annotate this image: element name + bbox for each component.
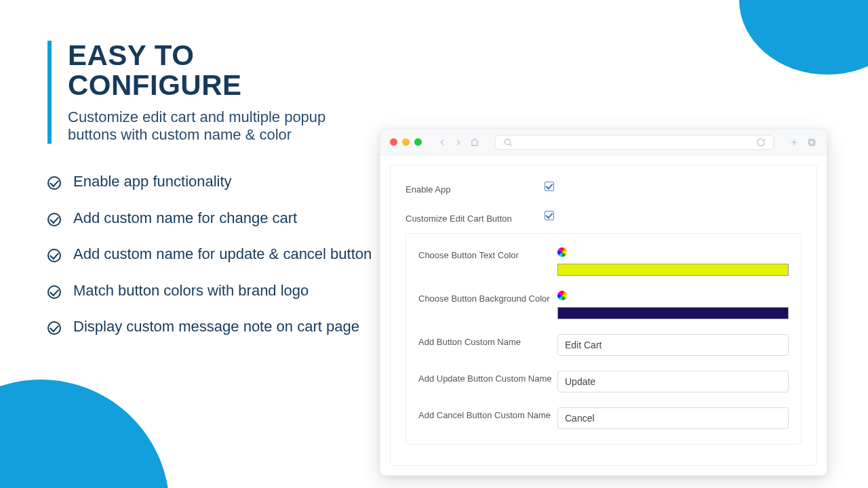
- button-name-label: Add Button Custom Name: [418, 334, 557, 347]
- minimize-window-icon[interactable]: [402, 138, 410, 146]
- svg-line-1: [510, 144, 512, 146]
- feature-text: Add custom name for update & cancel butt…: [73, 245, 372, 264]
- page-title: EASY TO CONFIGURE: [68, 41, 373, 100]
- reload-icon[interactable]: [755, 137, 766, 148]
- color-wheel-icon[interactable]: [557, 291, 567, 300]
- bg-color-label: Choose Button Background Color: [418, 291, 557, 304]
- forward-icon[interactable]: [453, 137, 464, 148]
- feature-text: Display custom message note on cart page: [73, 317, 359, 336]
- feature-item: Add custom name for change cart: [47, 209, 373, 228]
- check-icon: [47, 249, 61, 262]
- check-icon: [47, 321, 61, 335]
- maximize-window-icon[interactable]: [414, 138, 422, 146]
- check-icon: [47, 176, 61, 190]
- search-icon: [502, 137, 513, 148]
- check-icon: [47, 213, 61, 226]
- feature-text: Match button colors with brand logo: [73, 281, 309, 300]
- feature-text: Enable app functionality: [73, 172, 232, 191]
- svg-rect-4: [810, 140, 815, 146]
- setting-row-bg-color: Choose Button Background Color: [418, 291, 789, 319]
- button-name-input[interactable]: [557, 334, 789, 356]
- customize-panel: Choose Button Text Color Choose Button B…: [406, 233, 802, 445]
- slide-root: EASY TO CONFIGURE Customize edit cart an…: [0, 0, 868, 488]
- text-color-swatch[interactable]: [557, 264, 789, 276]
- setting-row-customize-button: Customize Edit Cart Button: [406, 211, 802, 224]
- update-name-label: Add Update Button Custom Name: [418, 371, 557, 384]
- update-name-input[interactable]: [557, 371, 789, 392]
- customize-button-label: Customize Edit Cart Button: [406, 211, 545, 224]
- cancel-name-input[interactable]: [557, 407, 789, 429]
- svg-rect-5: [808, 139, 814, 144]
- setting-row-text-color: Choose Button Text Color: [418, 247, 789, 276]
- title-block: EASY TO CONFIGURE Customize edit cart an…: [47, 41, 373, 144]
- new-tab-icon[interactable]: [789, 137, 800, 148]
- left-column: EASY TO CONFIGURE Customize edit cart an…: [47, 41, 380, 474]
- settings-panel: Enable App Customize Edit Cart Button Ch…: [390, 165, 817, 466]
- feature-list: Enable app functionality Add custom name…: [47, 172, 373, 336]
- home-icon[interactable]: [469, 137, 480, 148]
- feature-item: Display custom message note on cart page: [47, 317, 373, 336]
- enable-app-label: Enable App: [406, 182, 545, 195]
- browser-window: Enable App Customize Edit Cart Button Ch…: [380, 129, 827, 476]
- text-color-label: Choose Button Text Color: [418, 247, 557, 260]
- setting-row-enable-app: Enable App: [406, 182, 802, 195]
- page-subtitle: Customize edit cart and multiple popup b…: [68, 108, 373, 144]
- tabs-icon[interactable]: [806, 137, 817, 148]
- browser-chrome: [380, 129, 827, 155]
- svg-point-0: [505, 139, 510, 144]
- feature-item: Enable app functionality: [47, 172, 373, 191]
- window-controls: [390, 138, 422, 146]
- feature-item: Add custom name for update & cancel butt…: [47, 245, 373, 264]
- close-window-icon[interactable]: [390, 138, 397, 146]
- customize-button-checkbox[interactable]: [545, 211, 554, 220]
- setting-row-update-name: Add Update Button Custom Name: [418, 371, 789, 392]
- setting-row-button-name: Add Button Custom Name: [418, 334, 789, 356]
- browser-viewport: Enable App Customize Edit Cart Button Ch…: [380, 155, 827, 475]
- check-icon: [47, 285, 61, 299]
- cancel-name-label: Add Cancel Button Custom Name: [418, 407, 557, 420]
- setting-row-cancel-name: Add Cancel Button Custom Name: [418, 407, 789, 429]
- bg-color-swatch[interactable]: [557, 307, 789, 319]
- feature-item: Match button colors with brand logo: [47, 281, 373, 300]
- feature-text: Add custom name for change cart: [73, 209, 297, 228]
- color-wheel-icon[interactable]: [557, 247, 567, 257]
- enable-app-checkbox[interactable]: [545, 182, 554, 191]
- back-icon[interactable]: [437, 137, 448, 148]
- address-bar[interactable]: [495, 135, 774, 150]
